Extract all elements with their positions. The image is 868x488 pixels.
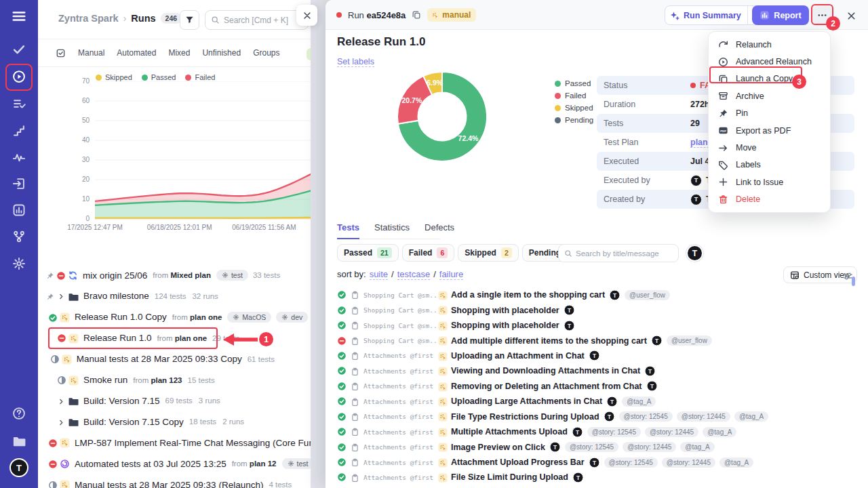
menu-item-link-to-issue[interactable]: Link to Issue [709,174,830,190]
sidebar-item-defects[interactable] [12,97,26,110]
left-panel-close-button[interactable] [296,5,317,26]
menu-item-archive[interactable]: Archive [709,87,830,104]
test-row[interactable]: Shopping Cart @sm...Shopping with placeh… [326,318,868,333]
sidebar-item-shared-steps[interactable] [12,124,26,138]
run-list-item[interactable]: mix origin 25/06from Mixed plantest33 te… [46,267,281,283]
menu-item-delete[interactable]: Delete [709,191,830,208]
test-tag[interactable]: @story: 12445 [662,458,715,468]
env-chip[interactable]: MacOS [227,312,271,323]
test-row[interactable]: Attachments @firstFile Type Restrictions… [326,409,868,424]
test-row[interactable]: Shopping Cart @sm...Shopping with placeh… [326,302,868,317]
run-list-item[interactable]: Bravo milestone124 tests32 runs [46,288,281,304]
test-title[interactable]: Viewing and Downloading Attachments in C… [451,366,640,375]
sort-option-suite[interactable]: suite [370,269,388,280]
menu-item-export-as-pdf[interactable]: PDFExport as PDF [709,122,830,139]
test-title[interactable]: File Size Limit During Upload [451,472,568,482]
menu-item-pin[interactable]: Pin [709,105,830,122]
sidebar-item-settings[interactable] [12,257,26,270]
test-title[interactable]: Uploading Large Attachments in Chat [451,396,602,406]
report-button[interactable]: Report [752,5,809,25]
test-tag[interactable]: @user_flow [625,290,670,300]
runs-tab-automated[interactable]: Automated [117,48,156,58]
tab-defects[interactable]: Defects [425,222,454,239]
test-title[interactable]: Shopping with placeholder [451,306,559,315]
test-tag[interactable]: @user_flow [667,336,712,346]
menu-icon[interactable] [12,9,26,24]
sidebar-item-runs[interactable] [12,70,26,83]
runs-tab-groups[interactable]: Groups [253,48,279,58]
tests-search-input[interactable] [576,249,673,258]
run-list-item[interactable]: Build: Version 7.15 Copy18 tests2 runs [46,413,281,430]
filter-chip-skipped[interactable]: Skipped2 [458,244,519,262]
assignee-avatar[interactable]: T [686,245,703,262]
run-list-item[interactable]: Build: Version 7.1569 tests3 runs [46,392,281,409]
run-detail-close-button[interactable] [844,8,859,23]
env-chip[interactable]: test [216,270,248,281]
set-labels-link[interactable]: Set labels [337,57,374,67]
scrollbar-thumb[interactable] [852,277,855,286]
copy-run-id-button[interactable] [412,10,421,20]
filter-button[interactable] [180,10,199,30]
test-row[interactable]: Attachments @firstFile Size Limit During… [326,470,868,485]
run-list-item[interactable]: Automated tests at 03 Jul 2025 13:25from… [46,455,281,472]
test-row[interactable]: Attachments @firstViewing and Downloadin… [326,363,868,378]
expand-chevron[interactable] [57,394,66,407]
test-tag[interactable]: @story: 12445 [677,411,730,422]
filter-chip-passed[interactable]: Passed21 [337,244,399,262]
test-tag[interactable]: @story: 12445 [623,442,676,452]
test-title[interactable]: Attachment Upload Progress Bar [451,458,585,467]
test-title[interactable]: File Type Restrictions During Upload [451,412,599,422]
test-tag[interactable]: @tag_A [703,427,736,437]
menu-item-launch-a-copy[interactable]: Launch a Copy [709,70,830,87]
sidebar-item-integrations[interactable] [12,230,26,243]
test-title[interactable]: Add multiple different items to the shop… [451,336,647,346]
runs-tab-unfinished[interactable]: Unfinished [202,48,241,58]
test-tag[interactable]: @tag_A [734,411,768,422]
sidebar-item-imports[interactable] [12,177,26,190]
sidebar-item-projects[interactable] [12,434,26,448]
sort-option-testcase[interactable]: testcase [397,269,430,280]
test-tag[interactable]: @tag_A [680,442,714,452]
test-row[interactable]: Attachments @firstUploading Large Attach… [326,394,868,409]
sort-option-failure[interactable]: failure [439,269,463,280]
runs-tab-overflow-chip[interactable]: tes [307,48,311,60]
sidebar-item-reports[interactable] [12,203,26,217]
sidebar-item-insights[interactable] [12,150,26,164]
test-row[interactable]: Shopping Cart @sm...Add a single item to… [326,287,868,302]
test-tag[interactable]: @story: 12545 [587,427,641,437]
run-list-item[interactable]: Smoke runfrom plan 12315 tests [46,372,281,388]
test-row[interactable]: Shopping Cart @sm...Add multiple differe… [326,333,868,348]
breadcrumb-project[interactable]: Zyntra Spark [58,13,119,24]
user-avatar[interactable]: T [9,458,28,477]
test-title[interactable]: Image Preview on Click [451,443,545,452]
runs-search-input[interactable] [224,16,302,25]
test-row[interactable]: Attachments @firstRemoving or Deleting a… [326,379,868,394]
tab-statistics[interactable]: Statistics [374,222,410,239]
test-tag[interactable]: @story: 12545 [604,458,658,468]
breadcrumb-section[interactable]: Runs [131,13,155,24]
menu-item-relaunch[interactable]: Relaunch [709,36,830,53]
test-row[interactable]: Attachments @firstUploading an Attachmen… [326,348,868,363]
run-list-item[interactable]: Manual tests at 28 Mar 2025 09:33 Copy61… [46,351,281,367]
env-chip[interactable]: dev [276,312,308,323]
test-tag[interactable]: @tag_A [719,458,753,468]
test-tag[interactable]: @story: 12545 [565,442,618,452]
test-title[interactable]: Uploading an Attachment in Chat [451,351,585,361]
test-title[interactable]: Shopping with placeholder [451,321,559,330]
menu-item-labels[interactable]: Labels [709,157,830,174]
test-tag[interactable]: @story: 12445 [645,427,698,437]
test-row[interactable]: Attachments @firstAttachment Upload Prog… [326,455,868,470]
tab-tests[interactable]: Tests [337,222,359,239]
menu-item-advanced-relaunch[interactable]: Advanced Relaunch [709,53,830,70]
runs-tab-manual[interactable]: Manual [78,48,104,58]
sidebar-item-help[interactable] [12,407,26,420]
run-list-item[interactable]: Manual tests at 28 Mar 2025 09:33 (Relau… [46,476,281,488]
select-runs-icon[interactable] [56,47,66,59]
run-list-item[interactable]: Release Run 1.0 Copyfrom plan oneMacOSde… [46,309,281,325]
test-tag[interactable]: @tag_A [622,396,656,407]
test-title[interactable]: Multiple Attachments Upload [451,427,568,436]
run-list-item[interactable]: LMP-587 Implement Real-Time Chat Messagi… [46,434,281,451]
test-title[interactable]: Add a single item to the shopping cart [451,290,605,300]
test-row[interactable]: Attachments @firstImage Preview on Click… [326,439,868,454]
sidebar-item-tests[interactable] [12,43,26,56]
